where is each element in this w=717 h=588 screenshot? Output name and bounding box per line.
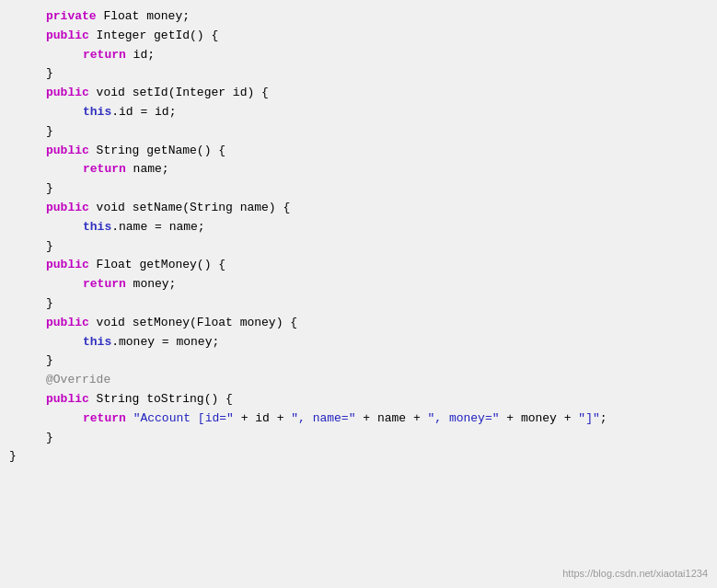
token-plain: setMoney <box>133 314 190 333</box>
token-plain: String <box>89 390 146 409</box>
token-string-lit: "Account [id=" <box>133 409 234 429</box>
token-plain: setName <box>133 199 183 218</box>
token-plain: () { <box>197 142 226 161</box>
token-kw-return: return <box>83 160 126 179</box>
token-brace: } <box>46 429 53 448</box>
token-kw-private: private <box>46 7 97 27</box>
token-kw-public: public <box>46 390 89 409</box>
token-plain: Float <box>89 256 140 275</box>
token-kw-return: return <box>83 409 126 429</box>
token-kw-return: return <box>83 46 126 65</box>
token-kw-public: public <box>46 199 89 218</box>
code-line: @Override <box>0 371 717 390</box>
code-line: } <box>0 122 717 142</box>
code-line: public Float getMoney() { <box>0 256 717 275</box>
token-brace: } <box>46 237 53 257</box>
token-plain: getId <box>154 27 190 46</box>
watermark: https://blog.csdn.net/xiaotai1234 <box>562 568 708 579</box>
code-line: } <box>0 429 717 448</box>
token-plain: (Integer id) { <box>168 84 269 103</box>
code-line: } <box>0 352 717 371</box>
code-line: public String getName() { <box>0 142 717 161</box>
token-plain: void <box>89 199 133 218</box>
token-plain: () { <box>190 27 218 46</box>
token-brace: } <box>46 64 53 84</box>
code-line: } <box>0 447 717 467</box>
code-line: public void setMoney(Float money) { <box>0 314 717 333</box>
token-plain <box>126 409 133 429</box>
token-kw-public: public <box>46 314 89 333</box>
token-brace: } <box>46 352 53 371</box>
token-plain: + money + <box>500 409 579 429</box>
token-plain: (Float money) { <box>190 314 297 333</box>
token-plain: () { <box>197 256 226 275</box>
code-line: public Integer getId() { <box>0 27 717 46</box>
code-line: private Float money; <box>0 7 717 27</box>
token-kw-public: public <box>46 256 89 275</box>
code-line: public void setName(String name) { <box>0 199 717 218</box>
code-line: public String toString() { <box>0 390 717 409</box>
token-string-lit: ", name=" <box>291 409 355 429</box>
token-plain: ; <box>600 409 607 429</box>
token-kw-this: this <box>83 333 111 352</box>
token-string-lit: ", money=" <box>428 409 500 429</box>
token-string-lit: "]" <box>578 409 599 429</box>
code-line: } <box>0 179 717 199</box>
code-line: this.money = money; <box>0 333 717 352</box>
token-kw-public: public <box>46 27 89 46</box>
code-line: return id; <box>0 46 717 65</box>
code-line: public void setId(Integer id) { <box>0 84 717 103</box>
token-plain: .money = money; <box>111 333 219 352</box>
token-plain: .name = name; <box>111 218 204 237</box>
code-line: this.id = id; <box>0 103 717 122</box>
token-plain: getMoney <box>139 256 196 275</box>
token-plain: void <box>89 314 133 333</box>
token-brace: } <box>46 294 53 314</box>
token-plain: + id + <box>234 409 291 429</box>
code-container: private Float money;public Integer getId… <box>0 0 717 588</box>
code-line: return name; <box>0 160 717 179</box>
token-plain: id; <box>126 46 155 65</box>
token-kw-public: public <box>46 84 89 103</box>
code-line: } <box>0 294 717 314</box>
token-plain: setId <box>133 84 168 103</box>
token-plain: .id = id; <box>111 103 176 122</box>
token-plain: (String name) { <box>182 199 290 218</box>
token-plain: name; <box>126 160 169 179</box>
token-plain: money; <box>126 275 177 294</box>
token-plain: Integer <box>89 27 154 46</box>
token-kw-this: this <box>83 218 111 237</box>
token-plain: Float money; <box>97 7 190 27</box>
code-line: } <box>0 237 717 257</box>
token-plain: () { <box>204 390 233 409</box>
token-kw-override: @Override <box>46 371 110 390</box>
token-kw-return: return <box>83 275 126 294</box>
code-line: } <box>0 64 717 84</box>
token-plain: void <box>89 84 133 103</box>
code-line: return money; <box>0 275 717 294</box>
code-line: return "Account [id=" + id + ", name=" +… <box>0 409 717 429</box>
token-plain: String <box>89 142 146 161</box>
token-brace: } <box>46 179 53 199</box>
token-kw-this: this <box>83 103 111 122</box>
token-plain: + name + <box>355 409 427 429</box>
token-brace: } <box>9 447 17 467</box>
token-plain: getName <box>146 142 197 161</box>
code-lines: private Float money;public Integer getId… <box>0 7 717 467</box>
token-plain: toString <box>146 390 203 409</box>
token-brace: } <box>46 122 53 142</box>
token-kw-public: public <box>46 142 89 161</box>
code-line: this.name = name; <box>0 218 717 237</box>
